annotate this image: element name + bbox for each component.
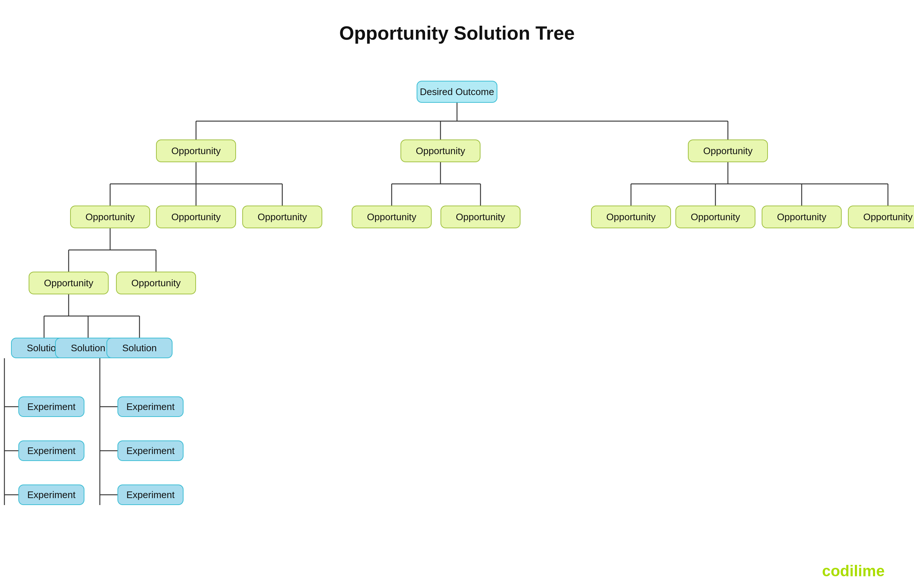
opp1a-node: Opportunity xyxy=(70,205,150,228)
exp1b-node: Experiment xyxy=(18,441,84,461)
opp1c-node: Opportunity xyxy=(242,205,322,228)
logo-dark: codi xyxy=(822,562,854,580)
exp3c-node: Experiment xyxy=(118,485,184,505)
sol3-node: Solution xyxy=(107,338,173,358)
desired-outcome-node: Desired Outcome xyxy=(417,81,497,103)
opp3d-node: Opportunity xyxy=(848,205,914,228)
exp1a-node: Experiment xyxy=(18,396,84,417)
exp3a-node: Experiment xyxy=(118,396,184,417)
opp2a-node: Opportunity xyxy=(352,205,432,228)
opp3b-node: Opportunity xyxy=(675,205,756,228)
opp2b-node: Opportunity xyxy=(441,205,520,228)
exp1c-node: Experiment xyxy=(18,485,84,505)
opp1-node: Opportunity xyxy=(156,139,236,162)
opp1a2-node: Opportunity xyxy=(116,271,196,294)
page-title: Opportunity Solution Tree xyxy=(0,0,914,59)
opp3a-node: Opportunity xyxy=(591,205,671,228)
opp1a1-node: Opportunity xyxy=(29,271,109,294)
exp3b-node: Experiment xyxy=(118,441,184,461)
opp1b-node: Opportunity xyxy=(156,205,236,228)
opp2-node: Opportunity xyxy=(400,139,481,162)
opp3c-node: Opportunity xyxy=(762,205,842,228)
logo-green: lime xyxy=(854,562,885,580)
logo: codilime xyxy=(822,562,885,580)
opp3-node: Opportunity xyxy=(688,139,768,162)
